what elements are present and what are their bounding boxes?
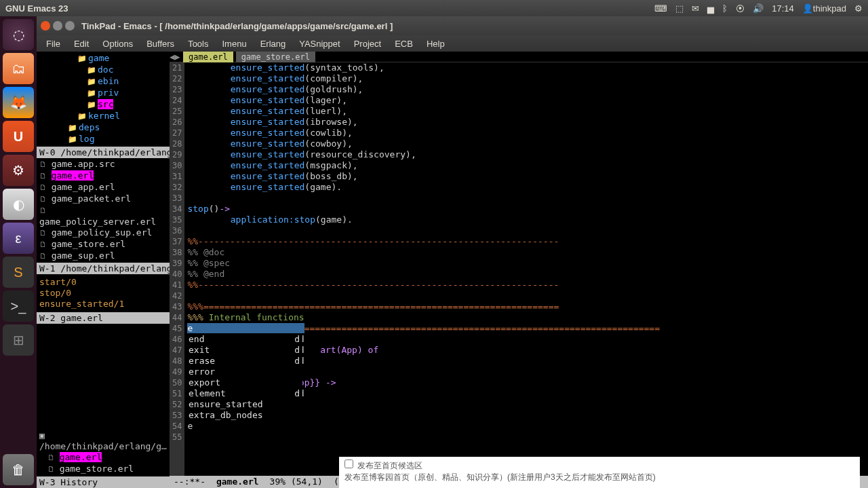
file-item[interactable]: game_store.erl: [39, 239, 167, 250]
menu-options[interactable]: Options: [97, 37, 138, 50]
menu-help[interactable]: Help: [421, 37, 450, 50]
ecb-w1-header: W-1 /home/thinkpad/erlang/…: [37, 263, 170, 274]
gear-icon[interactable]: ⚙: [854, 3, 863, 14]
method-item[interactable]: start/0: [39, 277, 167, 288]
ecb-methods[interactable]: start/0stop/0ensure_started/1: [37, 274, 170, 312]
menu-buffers[interactable]: Buffers: [141, 37, 180, 50]
keyboard-icon[interactable]: ⌨: [654, 3, 667, 14]
code-area[interactable]: 2122232425262728293031323334353637383940…: [170, 62, 868, 476]
firefox-icon[interactable]: 🦊: [3, 87, 34, 118]
workspace-switcher-icon[interactable]: ⊞: [3, 324, 34, 356]
menu-bar: FileEditOptionsBuffersToolsImenuErlangYA…: [37, 35, 868, 52]
ecb-sidebar: gamedocebinprivsrckerneldepslog W-0 /hom…: [37, 52, 170, 488]
completion-item[interactable]: endd: [186, 334, 302, 345]
file-item[interactable]: game.app.src: [39, 159, 167, 170]
menu-file[interactable]: File: [41, 37, 66, 50]
method-item[interactable]: stop/0: [39, 288, 167, 299]
method-item[interactable]: ensure_started/1: [39, 299, 167, 309]
file-item[interactable]: game_packet.erl: [39, 193, 167, 205]
file-item[interactable]: game_policy_sup.erl: [39, 227, 167, 239]
completion-item[interactable]: ensure_started: [186, 399, 302, 410]
tree-item[interactable]: game: [39, 53, 167, 64]
tree-item[interactable]: ebin: [39, 76, 167, 88]
tab[interactable]: game_store.erl: [236, 52, 315, 62]
publish-checkbox[interactable]: [344, 459, 353, 468]
system-tray: ⌨ ⬚ ✉ ▅ ᛒ ⦿ 🔊 17:14 👤 thinkpad ⚙: [654, 3, 863, 14]
completion-item[interactable]: erased: [186, 356, 302, 367]
ubuntu-top-panel: GNU Emacs 23 ⌨ ⬚ ✉ ▅ ᛒ ⦿ 🔊 17:14 👤 think…: [0, 0, 868, 16]
panel-title: GNU Emacs 23: [5, 3, 654, 14]
clock[interactable]: 17:14: [772, 3, 794, 14]
line-numbers: 2122232425262728293031323334353637383940…: [170, 62, 184, 476]
modeline-position: 39% (54,1): [270, 476, 323, 488]
window-titlebar: TinkPad - Emacs - [ /home/thinkpad/erlan…: [37, 16, 868, 35]
terminal-icon[interactable]: >_: [3, 290, 34, 322]
battery-icon[interactable]: ▅: [707, 3, 714, 14]
ecb-history[interactable]: ▣ /home/thinkpad/erlang/g… game.erlgame_…: [37, 429, 170, 476]
user-menu[interactable]: 👤 thinkpad: [802, 3, 846, 14]
tree-item[interactable]: doc: [39, 64, 167, 76]
completion-item[interactable]: error: [186, 367, 302, 377]
menu-tools[interactable]: Tools: [182, 37, 214, 50]
tree-item[interactable]: log: [39, 134, 167, 145]
menu-project[interactable]: Project: [349, 37, 387, 50]
emacs-window: TinkPad - Emacs - [ /home/thinkpad/erlan…: [37, 16, 868, 488]
modeline-file: game.erl: [216, 476, 259, 488]
tab-bar: ◀▶ game.erlgame_store.erl: [170, 52, 868, 62]
volume-icon[interactable]: 🔊: [753, 3, 764, 14]
completion-item[interactable]: elementd: [186, 388, 302, 399]
sublime-icon[interactable]: S: [3, 257, 34, 288]
bluetooth-icon[interactable]: ᛒ: [722, 3, 728, 14]
mail-icon[interactable]: ✉: [692, 3, 699, 14]
editor-area: ◀▶ game.erlgame_store.erl 21222324252627…: [170, 52, 868, 488]
menu-edit[interactable]: Edit: [68, 37, 94, 50]
tab[interactable]: game.erl: [183, 52, 233, 62]
menu-ecb[interactable]: ECB: [389, 37, 418, 50]
maximize-button[interactable]: [65, 21, 75, 31]
file-item[interactable]: game_app.erl: [39, 182, 167, 193]
software-center-icon[interactable]: U: [3, 121, 34, 152]
menu-erlang[interactable]: Erlang: [255, 37, 292, 50]
ecb-w2-header: W-2 game.erl: [37, 312, 170, 324]
ecb-w3-header: W-3 History: [37, 476, 170, 488]
chromium-icon[interactable]: ◐: [3, 189, 34, 220]
emacs-icon[interactable]: ε: [3, 223, 34, 254]
file-item[interactable]: game_policy_server.erl: [39, 205, 167, 227]
history-item[interactable]: game_store.erl: [39, 464, 167, 475]
completion-item[interactable]: export: [186, 377, 302, 388]
tree-item[interactable]: priv: [39, 88, 167, 99]
dash-icon[interactable]: ◌: [3, 19, 34, 50]
files-icon[interactable]: 🗂: [3, 53, 34, 84]
settings-icon[interactable]: ⚙: [3, 155, 34, 186]
ecb-w0-files[interactable]: game.app.srcgame.erlgame_app.erlgame_pac…: [37, 158, 170, 263]
minimize-button[interactable]: [53, 21, 62, 31]
input-icon[interactable]: ⬚: [675, 3, 684, 14]
completion-popup[interactable]: enddexitderasederrorexportelementdensure…: [186, 334, 302, 421]
window-title: TinkPad - Emacs - [ /home/thinkpad/erlan…: [81, 21, 393, 31]
menu-imenu[interactable]: Imenu: [216, 37, 252, 50]
completion-item[interactable]: extra_db_nodes: [186, 410, 302, 421]
tree-item[interactable]: deps: [39, 122, 167, 134]
file-item[interactable]: game.erl: [39, 170, 167, 182]
background-page: 发布至首页候选区 发布至博客园首页（原创、精品、知识分享）(新注册用户3天之后才…: [339, 457, 860, 488]
tab-scroll-arrows[interactable]: ◀▶: [170, 52, 180, 62]
modeline-status: --:**-: [174, 476, 205, 488]
file-item[interactable]: game_sup.erl: [39, 250, 167, 262]
close-button[interactable]: [41, 21, 50, 31]
ecb-w0-header: W-0 /home/thinkpad/erlang/…: [37, 147, 170, 158]
ecb-directories[interactable]: gamedocebinprivsrckerneldepslog: [37, 52, 170, 147]
completion-item[interactable]: exitd: [186, 345, 302, 356]
tree-item[interactable]: src: [39, 99, 167, 111]
unity-launcher: ◌ 🗂 🦊 U ⚙ ◐ ε S >_ ⊞ 🗑: [0, 16, 37, 488]
wifi-icon[interactable]: ⦿: [736, 3, 745, 14]
history-item[interactable]: game.erl: [39, 452, 167, 464]
tree-item[interactable]: kernel: [39, 111, 167, 122]
trash-icon[interactable]: 🗑: [3, 454, 34, 485]
menu-yasnippet[interactable]: YASnippet: [294, 37, 345, 50]
